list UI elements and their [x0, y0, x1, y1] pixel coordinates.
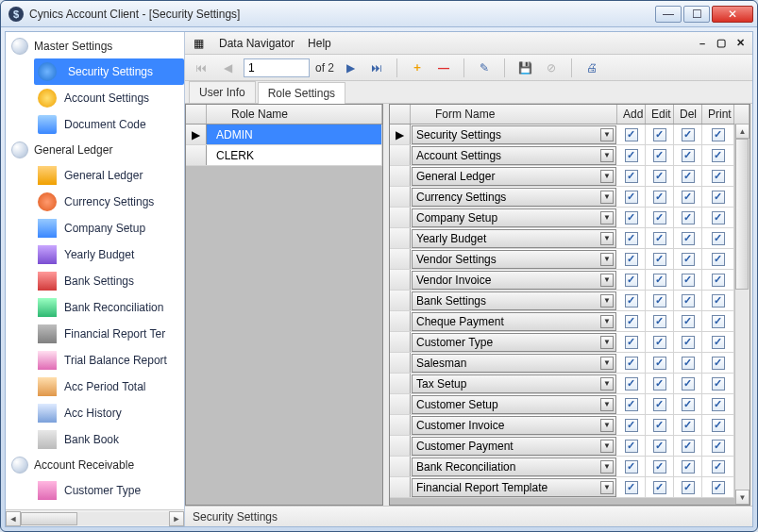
scroll-thumb[interactable] [735, 139, 749, 290]
nav-add-button[interactable]: ＋ [407, 58, 428, 78]
checkbox-cell[interactable]: ✓ [617, 166, 646, 186]
checkbox-cell[interactable]: ✓ [702, 415, 734, 435]
menu-data-navigator[interactable]: Data Navigator [219, 37, 295, 50]
sidebar-group-header[interactable]: Master Settings [6, 34, 184, 58]
row-selector[interactable] [390, 457, 411, 476]
chevron-down-icon[interactable]: ▼ [600, 274, 614, 287]
checkbox-cell[interactable]: ✓ [646, 228, 674, 248]
form-name-cell[interactable]: Vendor Settings▼ [411, 249, 617, 269]
sidebar-scrollbar[interactable]: ◄ ► [6, 509, 184, 526]
checkbox-cell[interactable]: ✓ [674, 291, 702, 310]
mdi-close-button[interactable]: ✕ [733, 37, 747, 50]
form-row[interactable]: Tax Setup▼✓✓✓✓ [390, 374, 734, 394]
nav-edit-button[interactable]: ✎ [474, 58, 495, 78]
checkbox-cell[interactable]: ✓ [674, 270, 702, 290]
form-row[interactable]: Vendor Invoice▼✓✓✓✓ [390, 270, 734, 291]
checkbox-cell[interactable]: ✓ [702, 436, 734, 456]
checkbox-cell[interactable]: ✓ [617, 353, 646, 373]
checkbox-cell[interactable]: ✓ [674, 457, 702, 476]
checkbox-cell[interactable]: ✓ [617, 311, 646, 331]
form-name-cell[interactable]: Account Settings▼ [411, 145, 617, 165]
role-name-cell[interactable]: ADMIN [207, 125, 382, 144]
checkbox-cell[interactable]: ✓ [646, 374, 674, 393]
form-row[interactable]: General Ledger▼✓✓✓✓ [390, 166, 734, 187]
row-selector[interactable] [390, 270, 411, 290]
chevron-down-icon[interactable]: ▼ [600, 336, 614, 349]
form-header-del[interactable]: Del [674, 105, 702, 124]
checkbox-cell[interactable]: ✓ [674, 436, 702, 456]
chevron-down-icon[interactable]: ▼ [600, 315, 614, 328]
form-name-cell[interactable]: Salesman▼ [411, 353, 617, 373]
form-name-combo[interactable]: Bank Reconciliation▼ [412, 457, 616, 476]
form-name-cell[interactable]: Security Settings▼ [411, 125, 617, 144]
chevron-down-icon[interactable]: ▼ [600, 460, 614, 474]
checkbox-cell[interactable]: ✓ [646, 415, 674, 435]
form-header-print[interactable]: Print [702, 105, 734, 124]
form-name-combo[interactable]: Account Settings▼ [412, 146, 616, 165]
sidebar-item[interactable]: Currency Settings [6, 189, 184, 215]
chevron-down-icon[interactable]: ▼ [600, 232, 614, 245]
chevron-down-icon[interactable]: ▼ [600, 294, 614, 308]
nav-print-button[interactable]: 🖨 [581, 58, 602, 78]
form-name-combo[interactable]: Cheque Payment▼ [412, 312, 616, 331]
chevron-down-icon[interactable]: ▼ [600, 253, 614, 266]
form-name-cell[interactable]: Financial Report Template▼ [411, 477, 617, 497]
sidebar-item[interactable]: Bank Reconciliation [6, 294, 184, 321]
chevron-down-icon[interactable]: ▼ [600, 398, 614, 411]
chevron-down-icon[interactable]: ▼ [600, 211, 614, 224]
checkbox-cell[interactable]: ✓ [617, 415, 646, 435]
form-row[interactable]: Company Setup▼✓✓✓✓ [390, 208, 734, 228]
checkbox-cell[interactable]: ✓ [674, 353, 702, 373]
checkbox-cell[interactable]: ✓ [646, 457, 674, 476]
sidebar-item[interactable]: Trial Balance Report [6, 347, 184, 374]
checkbox-cell[interactable]: ✓ [646, 208, 674, 227]
tab-user-info[interactable]: User Info [189, 81, 256, 103]
sidebar-item[interactable]: Document Code [6, 111, 184, 138]
form-name-combo[interactable]: Vendor Invoice▼ [412, 271, 616, 290]
role-row[interactable]: ▶ADMIN [186, 125, 382, 145]
form-name-combo[interactable]: Bank Settings▼ [412, 291, 616, 310]
form-name-combo[interactable]: Customer Setup▼ [412, 395, 616, 414]
mdi-restore-button[interactable]: ▢ [715, 37, 728, 50]
form-row[interactable]: Customer Setup▼✓✓✓✓ [390, 394, 734, 415]
checkbox-cell[interactable]: ✓ [646, 332, 674, 352]
sidebar-item[interactable]: Acc Period Total [6, 374, 184, 400]
checkbox-cell[interactable]: ✓ [646, 125, 674, 144]
role-grid-header[interactable]: Role Name [207, 105, 382, 124]
close-button[interactable]: ✕ [712, 6, 753, 23]
form-name-cell[interactable]: Currency Settings▼ [411, 187, 617, 207]
checkbox-cell[interactable]: ✓ [617, 394, 646, 414]
sidebar-group-header[interactable]: General Ledger [6, 138, 184, 162]
form-row[interactable]: Salesman▼✓✓✓✓ [390, 353, 734, 374]
form-row[interactable]: Customer Payment▼✓✓✓✓ [390, 436, 734, 457]
form-row[interactable]: ▶Security Settings▼✓✓✓✓ [390, 125, 734, 145]
role-name-cell[interactable]: CLERK [207, 145, 382, 165]
form-name-cell[interactable]: Cheque Payment▼ [411, 311, 617, 331]
form-name-combo[interactable]: Customer Invoice▼ [412, 416, 616, 435]
row-selector[interactable] [390, 145, 411, 165]
row-selector[interactable] [390, 311, 411, 331]
form-name-cell[interactable]: Vendor Invoice▼ [411, 270, 617, 290]
row-selector[interactable] [390, 332, 411, 352]
checkbox-cell[interactable]: ✓ [702, 145, 734, 165]
sidebar-group-header[interactable]: Account Receivable [6, 453, 184, 477]
checkbox-cell[interactable]: ✓ [674, 125, 702, 144]
checkbox-cell[interactable]: ✓ [702, 394, 734, 414]
chevron-down-icon[interactable]: ▼ [600, 419, 614, 432]
checkbox-cell[interactable]: ✓ [702, 291, 734, 310]
sidebar-item[interactable]: Company Setup [6, 215, 184, 241]
checkbox-cell[interactable]: ✓ [674, 415, 702, 435]
form-row[interactable]: Bank Reconciliation▼✓✓✓✓ [390, 457, 734, 477]
form-row[interactable]: Vendor Settings▼✓✓✓✓ [390, 249, 734, 270]
form-name-cell[interactable]: Customer Type▼ [411, 332, 617, 352]
form-name-combo[interactable]: Tax Setup▼ [412, 374, 616, 393]
checkbox-cell[interactable]: ✓ [674, 477, 702, 497]
checkbox-cell[interactable]: ✓ [646, 436, 674, 456]
sidebar-item[interactable]: Financial Report Ter [6, 321, 184, 347]
checkbox-cell[interactable]: ✓ [646, 249, 674, 269]
form-header-add[interactable]: Add [617, 105, 646, 124]
form-name-combo[interactable]: Customer Payment▼ [412, 437, 616, 456]
form-name-combo[interactable]: Vendor Settings▼ [412, 250, 616, 269]
checkbox-cell[interactable]: ✓ [617, 436, 646, 456]
checkbox-cell[interactable]: ✓ [646, 145, 674, 165]
